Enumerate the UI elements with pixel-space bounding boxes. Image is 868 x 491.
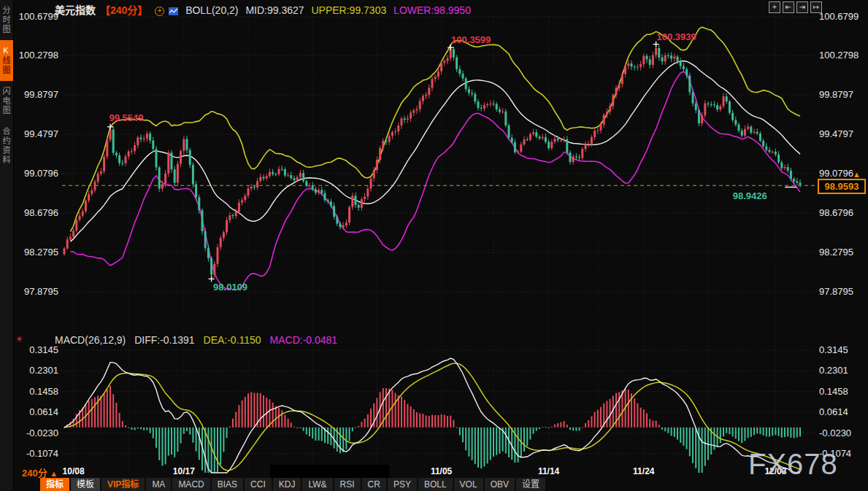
chart-header: 美元指数【240分】 + BOLL(20,2) MID:99.3627 UPPE… [55,2,475,15]
sidebar-tab-2[interactable]: K线图 [0,40,13,81]
candle-body [560,140,562,141]
toolbar-button-BOLL[interactable]: BOLL [418,478,453,491]
macd-histogram-bar [171,428,172,455]
macd-histogram-bar [410,406,412,428]
toolbar-button-设置[interactable]: 设置 [516,478,545,491]
macd-histogram-bar [741,428,742,443]
price-up-arrow-icon: ▲ [853,170,861,179]
candle-body [118,155,120,163]
macd-histogram-bar [453,420,454,427]
candle-body [155,149,158,167]
candle-body [685,69,688,76]
sidebar-tab-3[interactable]: 闪电图 [0,81,13,121]
macd-histogram-bar [429,416,430,428]
price-annotation: 98.0109 [213,282,247,293]
candle-body [447,58,449,61]
macd-histogram-bar [542,427,543,428]
sidebar-tab-1[interactable]: 分时图 [0,0,13,40]
macd-histogram-bar [367,414,369,428]
candle-body [440,63,442,71]
candle-body [309,185,311,186]
toolbar-button-PSY[interactable]: PSY [388,478,417,491]
y-axis-label-right: 98.6796 [819,207,853,218]
symbol-name: 美元指数 [55,4,96,16]
macd-histogram-bar [100,396,101,428]
toolbar-button-MACD[interactable]: MACD [172,478,210,491]
candle-body [726,96,728,101]
toolbar-button-MA[interactable]: MA [146,478,171,491]
add-indicator-icon[interactable]: + [155,7,164,16]
toolbar-button-指标[interactable]: 指标 [40,478,69,491]
macd-histogram-bar [137,428,139,429]
toolbar-button-VOL[interactable]: VOL [454,478,483,491]
chart-type-icon[interactable] [169,7,178,15]
candle-body [431,79,434,88]
macd-histogram-bar [579,428,580,430]
indicator-settings-icon[interactable]: ☀ [15,334,23,344]
y-axis-label-right: 99.8797 [819,89,853,100]
candle-body [637,67,639,68]
candle-body [483,105,485,109]
macd-histogram-bar [729,428,730,434]
scroll-left-icon[interactable]: ⇤ [783,1,794,13]
toolbar-button-VIP指标[interactable]: VIP指标 [101,478,145,491]
candle-body [391,132,393,136]
macd-histogram-bar [303,428,304,431]
macd-histogram-bar [569,428,571,430]
candle-body [716,105,718,109]
macd-histogram-bar [342,428,344,452]
macd-histogram-bar [189,428,191,435]
macd-histogram-bar [91,399,93,428]
macd-histogram-bar [456,428,458,428]
macd-histogram-bar [674,428,675,437]
candle-body [723,96,725,106]
macd-histogram-bar [606,401,607,427]
candle-body [425,95,427,96]
pan-latest-icon[interactable]: ↦ [810,1,822,13]
macd-histogram-bar [465,428,466,450]
candle-body [731,113,734,120]
macd-histogram-bar [554,425,556,428]
macd-histogram-bar [496,428,497,455]
macd-histogram-bar [459,428,461,436]
candle-body [437,71,439,77]
macd-histogram-bar [483,428,485,467]
macd-histogram-bar [444,415,445,428]
candle-body [198,197,200,210]
toolbar-button-OBV[interactable]: OBV [485,478,515,491]
macd-header: MACD(26,12,9) DIFF:-0.1391 DEA:-0.1150 M… [55,334,343,346]
candle-body [514,142,516,152]
candle-body [563,139,565,140]
toolbar-button-LW&[interactable]: LW& [302,478,332,491]
macd-axis-label-left: 0.0614 [29,406,58,417]
toolbar-button-KDJ[interactable]: KDJ [273,478,302,491]
candle-body [695,104,697,110]
macd-histogram-bar [472,428,473,460]
candle-body [223,232,225,238]
toolbar-button-BIAS[interactable]: BIAS [212,478,243,491]
candle-body [419,101,421,109]
candle-body [719,106,721,109]
toolbar-button-RSI[interactable]: RSI [334,478,361,491]
toolbar-button-模板[interactable]: 模板 [71,478,100,491]
macd-histogram-bar [766,428,767,436]
chart-canvas[interactable]: 99.5549100.3599100.393998.010998.9426100… [0,0,868,491]
toolbar-button-CR[interactable]: CR [362,478,386,491]
macd-histogram-bar [748,428,749,438]
macd-histogram-bar [735,428,737,438]
macd-histogram-bar [291,422,292,427]
toolbar-button-CCI[interactable]: CCI [245,478,272,491]
crosshair-tool-icon[interactable]: + [769,1,780,13]
sidebar-tab-4[interactable]: 合约资料 [0,121,13,171]
candle-body [572,156,575,162]
macd-histogram-bar [242,401,243,428]
candle-body [520,144,522,152]
macd-axis-label-left: -0.0230 [26,428,58,438]
macd-histogram-bar [413,409,415,428]
candle-body [330,201,332,206]
candle-body [407,118,409,120]
candle-body [100,171,102,174]
macd-histogram-bar [250,392,252,427]
scroll-right-icon[interactable]: ⇥ [796,1,808,13]
macd-histogram-bar [318,428,320,441]
